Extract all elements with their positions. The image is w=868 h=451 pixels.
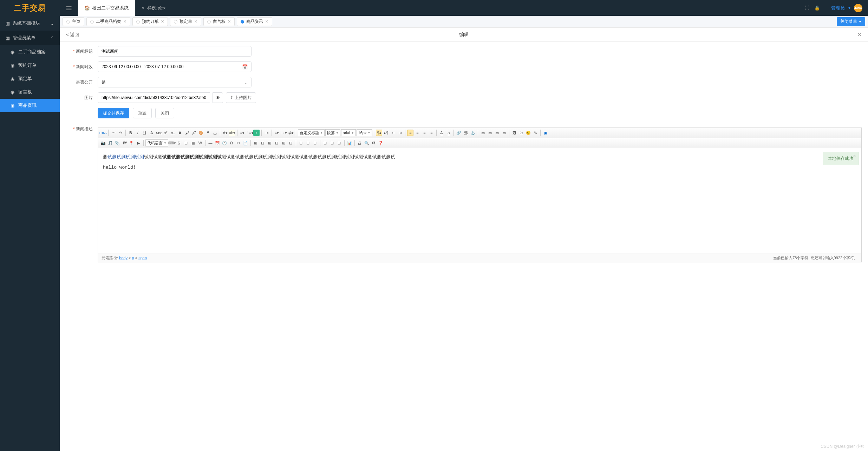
ltr-icon[interactable]: ▸¶ [383, 130, 389, 136]
indent-icon[interactable]: ⇥ [263, 130, 270, 136]
ordered-list-icon[interactable]: ≡▾ [239, 130, 246, 136]
delete-col-icon[interactable]: ⊟ [288, 140, 294, 146]
menu-toggle[interactable] [60, 0, 78, 16]
align-right-icon[interactable]: ≡ [421, 130, 428, 136]
user-menu[interactable]: 管理员 ▼ JAVA [825, 4, 868, 12]
music-icon[interactable]: 🎵 [107, 140, 113, 146]
italic-icon[interactable]: I [135, 130, 141, 136]
superscript-icon[interactable]: x² [163, 130, 169, 136]
scrawl-icon[interactable]: ✎ [532, 130, 539, 136]
anchor-icon[interactable]: ⚓ [470, 130, 476, 136]
image-icon[interactable]: 🖼 [511, 130, 517, 136]
char-space-icon[interactable]: ↔▾ [281, 130, 287, 136]
line-height-icon[interactable]: ≡▾ [274, 130, 280, 136]
input-image-url[interactable] [98, 92, 210, 103]
spechar-icon[interactable]: Ω [228, 140, 235, 146]
help-icon[interactable]: ❓ [378, 140, 384, 146]
img-left-icon[interactable]: ▭ [480, 130, 486, 136]
tab-messageboard[interactable]: 留言板✕ [203, 17, 235, 26]
unordered-list-icon[interactable]: ⋮≡▾ [246, 130, 253, 136]
sidebar-item-reservation[interactable]: ◉预定单 [0, 72, 60, 85]
html-icon[interactable]: HTML [100, 130, 106, 136]
font-color-icon[interactable]: A▾ [222, 130, 228, 136]
time-icon[interactable]: 🕐 [221, 140, 228, 146]
select-font[interactable]: arial▼ [341, 129, 356, 136]
indent-right-icon[interactable]: ⇥ [397, 130, 403, 136]
text-icon[interactable]: A̶ [149, 130, 155, 136]
sidebar-group-system[interactable]: ▥系统基础模块 ⌄ [0, 16, 60, 31]
align-center-icon[interactable]: ≡ [414, 130, 420, 136]
fullscreen-editor-icon[interactable]: ▣ [542, 130, 549, 136]
format-brush-icon[interactable]: 🖌 [184, 130, 190, 136]
input-news-time[interactable]: 📅 [98, 61, 252, 72]
wordimage-icon[interactable]: 📄 [242, 140, 249, 146]
undo-icon[interactable]: ↶ [110, 130, 117, 136]
close-icon[interactable]: ✕ [123, 19, 126, 24]
multi-image-icon[interactable]: 🗂 [518, 130, 524, 136]
split-cells-icon[interactable]: ⊟ [322, 140, 328, 146]
insert-row-icon[interactable]: ⊞ [267, 140, 273, 146]
select-custom-title[interactable]: 自定义标题▼ [298, 129, 325, 136]
sidebar-item-messageboard[interactable]: ◉留言板 [0, 85, 60, 99]
input-news-title[interactable] [98, 46, 252, 57]
attachment-icon[interactable]: 📎 [114, 140, 120, 146]
indent-left-icon[interactable]: ⇤ [390, 130, 396, 136]
underline-icon[interactable]: U [142, 130, 148, 136]
tab-archive[interactable]: 二手商品档案✕ [86, 17, 130, 26]
editor-textarea[interactable]: 测试测试测试测试测试测试测试测试测试测试测试测试测试测试测试测试测试测试测试测试… [98, 148, 861, 254]
img-center-icon[interactable]: ▭ [487, 130, 493, 136]
clear-format-icon[interactable]: ✖ [177, 130, 183, 136]
path-p[interactable]: p [132, 256, 134, 260]
drafts-icon[interactable]: 🛠 [371, 140, 377, 146]
abc-icon[interactable]: a [253, 130, 260, 136]
close-icon[interactable]: ✕ [228, 19, 231, 24]
select-public[interactable]: 是 ⌄ [98, 77, 252, 87]
code-icon[interactable]: ⌞⌟ [212, 130, 218, 136]
back-button[interactable]: < 返回 [66, 32, 79, 38]
select-size[interactable]: 16px▼ [357, 129, 372, 136]
topnav-demo[interactable]: ✧ 样例演示 [135, 0, 172, 16]
close-menu-button[interactable]: 关闭菜单 ▼ [837, 17, 865, 26]
select-paragraph[interactable]: 段落▼ [325, 129, 340, 136]
tab-home[interactable]: 主页 [63, 17, 84, 26]
pagebreak-icon[interactable]: ⎘ [176, 140, 182, 146]
sidebar-item-archive[interactable]: ◉二手商品档案 [0, 45, 60, 59]
subscript-icon[interactable]: x₂ [170, 130, 176, 136]
close-icon[interactable]: ✕ [194, 19, 197, 24]
search-icon[interactable]: 🔍 [364, 140, 370, 146]
preview-button[interactable]: 👁 [213, 92, 223, 103]
insert-code-icon[interactable]: ⌨▾ [169, 140, 175, 146]
redo-icon[interactable]: ↷ [117, 130, 124, 136]
video-icon[interactable]: 📷 [100, 140, 106, 146]
word-icon[interactable]: W [197, 140, 203, 146]
template-icon[interactable]: ⊞ [183, 140, 189, 146]
quote-icon[interactable]: ❝ [205, 130, 211, 136]
bg-color-icon[interactable]: ab▾ [229, 130, 235, 136]
print-icon[interactable]: 🖨 [357, 140, 363, 146]
merge-down-icon[interactable]: ⊞ [312, 140, 318, 146]
sidebar-item-news[interactable]: ◉商品资讯 [0, 99, 60, 112]
submit-button[interactable]: 提交并保存 [98, 108, 129, 118]
snapscreen-icon[interactable]: ✂ [235, 140, 242, 146]
align-justify-icon[interactable]: ≡ [428, 130, 435, 136]
reset-button[interactable]: 重置 [133, 108, 152, 118]
merge-cells-icon[interactable]: ⊞ [298, 140, 304, 146]
path-span[interactable]: span [138, 256, 147, 260]
split-rows-icon[interactable]: ⊟ [329, 140, 335, 146]
strike-icon[interactable]: ᴀʙᴄ [156, 130, 162, 136]
background-icon[interactable]: ▦ [190, 140, 196, 146]
tab-appointment[interactable]: 预约订单✕ [132, 17, 168, 26]
rtl-icon[interactable]: ¶◂ [376, 130, 382, 136]
charts-icon[interactable]: 📊 [346, 140, 353, 146]
gmap-icon[interactable]: 📍 [128, 140, 135, 146]
unlink-icon[interactable]: ⛓ [463, 130, 469, 136]
split-cols-icon[interactable]: ⊟ [336, 140, 342, 146]
fullscreen-icon[interactable]: ⛶ [805, 5, 809, 11]
letter-space-icon[interactable]: ⇄▾ [288, 130, 294, 136]
tab-news[interactable]: 商品资讯✕ [237, 17, 272, 26]
emoji-icon[interactable]: 🙂 [525, 130, 531, 136]
table-icon[interactable]: ⊞ [253, 140, 259, 146]
merge-right-icon[interactable]: ⊞ [305, 140, 311, 146]
sidebar-group-admin[interactable]: ▦管理员菜单 ⌃ [0, 31, 60, 45]
insert-col-icon[interactable]: ⊞ [281, 140, 287, 146]
